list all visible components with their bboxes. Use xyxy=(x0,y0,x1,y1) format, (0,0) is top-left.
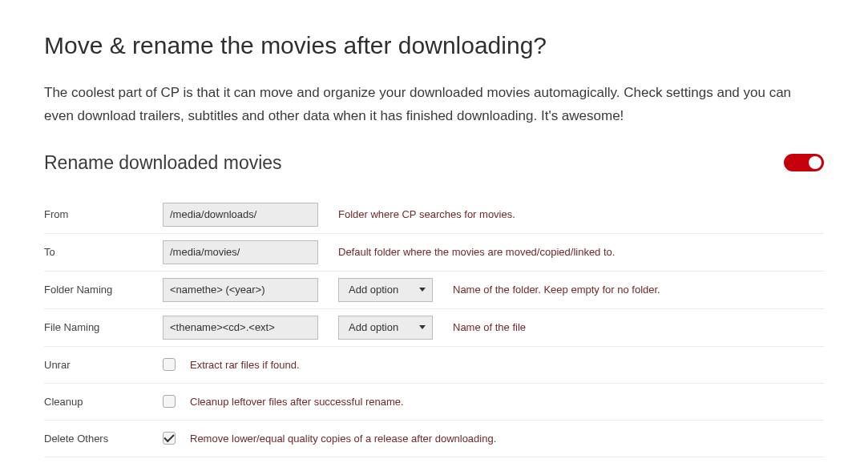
help-cleanup: Cleanup leftover files after successful … xyxy=(190,396,404,408)
checkbox-unrar[interactable] xyxy=(163,358,176,371)
rename-toggle[interactable] xyxy=(784,154,824,171)
row-to: To Default folder where the movies are m… xyxy=(44,234,824,272)
dropdown-file-naming[interactable]: Add option xyxy=(338,316,433,340)
row-delete-others: Delete Others Remove lower/equal quality… xyxy=(44,421,824,457)
row-from: From Folder where CP searches for movies… xyxy=(44,196,824,234)
input-from[interactable] xyxy=(163,203,318,227)
label-file-naming: File Naming xyxy=(44,321,163,333)
help-from: Folder where CP searches for movies. xyxy=(338,208,515,220)
row-file-naming: File Naming Add option Name of the file xyxy=(44,309,824,347)
row-unrar: Unrar Extract rar files if found. xyxy=(44,347,824,384)
label-from: From xyxy=(44,208,163,220)
checkbox-delete-others[interactable] xyxy=(163,432,176,445)
dropdown-label-file: Add option xyxy=(349,321,398,333)
help-folder-naming: Name of the folder. Keep empty for no fo… xyxy=(453,284,660,296)
toggle-knob xyxy=(809,156,822,169)
row-cleanup: Cleanup Cleanup leftover files after suc… xyxy=(44,384,824,421)
help-delete-others: Remove lower/equal quality copies of a r… xyxy=(190,433,496,445)
input-to[interactable] xyxy=(163,240,318,264)
input-file-naming[interactable] xyxy=(163,316,318,340)
label-cleanup: Cleanup xyxy=(44,396,163,408)
help-to: Default folder where the movies are move… xyxy=(338,246,615,258)
help-unrar: Extract rar files if found. xyxy=(190,359,300,371)
help-file-naming: Name of the file xyxy=(453,321,526,333)
row-folder-naming: Folder Naming Add option Name of the fol… xyxy=(44,272,824,309)
label-delete-others: Delete Others xyxy=(44,433,163,445)
settings-table: From Folder where CP searches for movies… xyxy=(44,196,824,457)
section-heading: Rename downloaded movies xyxy=(44,152,282,174)
chevron-down-icon xyxy=(419,288,426,292)
section-header: Rename downloaded movies xyxy=(44,152,824,174)
page-description: The coolest part of CP is that it can mo… xyxy=(44,82,822,128)
label-unrar: Unrar xyxy=(44,359,163,371)
checkbox-cleanup[interactable] xyxy=(163,395,176,408)
input-folder-naming[interactable] xyxy=(163,278,318,302)
label-folder-naming: Folder Naming xyxy=(44,284,163,296)
label-to: To xyxy=(44,246,163,258)
page-title: Move & rename the movies after downloadi… xyxy=(44,32,824,59)
chevron-down-icon xyxy=(419,325,426,329)
dropdown-label-folder: Add option xyxy=(349,284,398,296)
dropdown-folder-naming[interactable]: Add option xyxy=(338,278,433,302)
